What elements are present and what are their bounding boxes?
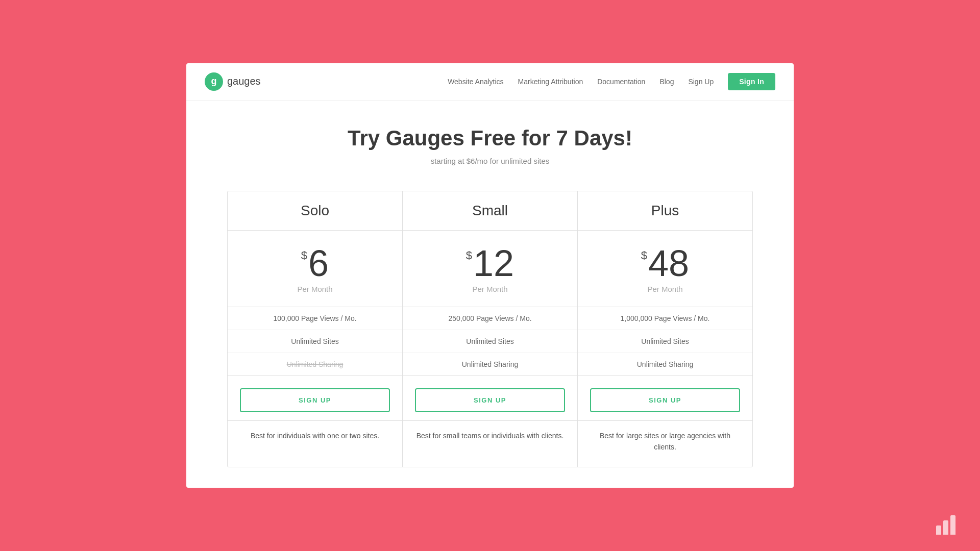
plan-small-amount: 12 [473, 245, 514, 282]
plan-solo-description: Best for individuals with one or two sit… [228, 421, 402, 456]
plan-small-feature-2: Unlimited Sharing [403, 353, 577, 375]
plan-plus-feature-1: Unlimited Sites [578, 330, 752, 353]
hero-subtitle: starting at $6/mo for unlimited sites [197, 157, 783, 165]
plan-plus-signup-button[interactable]: SIGN UP [590, 388, 740, 412]
logo-icon: g [205, 72, 223, 91]
plan-solo-feature-2: Unlimited Sharing [228, 353, 402, 375]
plan-solo-feature-0: 100,000 Page Views / Mo. [228, 307, 402, 330]
plan-plus-period: Per Month [583, 285, 747, 302]
plan-small-header: Small [403, 191, 577, 231]
plan-small-dollar: $ [466, 249, 472, 262]
documentation-link[interactable]: Documentation [597, 78, 645, 86]
plan-plus-cta: SIGN UP [578, 376, 752, 421]
plan-plus-dollar: $ [641, 249, 647, 262]
plan-solo: Solo $ 6 Per Month 100,000 Page Views / … [228, 191, 403, 467]
signup-nav-link[interactable]: Sign Up [688, 78, 714, 86]
plan-plus-header: Plus [578, 191, 752, 231]
signin-button[interactable]: Sign In [728, 73, 775, 90]
plan-small-period: Per Month [408, 285, 572, 302]
website-analytics-link[interactable]: Website Analytics [448, 78, 503, 86]
main-card: g gauges Website Analytics Marketing Att… [186, 63, 794, 488]
marketing-attribution-link[interactable]: Marketing Attribution [518, 78, 583, 86]
plan-small-signup-button[interactable]: SIGN UP [415, 388, 565, 412]
plan-small-feature-0: 250,000 Page Views / Mo. [403, 307, 577, 330]
plan-small-price-wrap: $ 12 Per Month [403, 231, 577, 307]
plan-solo-header: Solo [228, 191, 402, 231]
plan-small-name: Small [472, 203, 508, 218]
bar-chart-icon [936, 515, 955, 535]
plan-plus-feature-0: 1,000,000 Page Views / Mo. [578, 307, 752, 330]
plan-plus-features: 1,000,000 Page Views / Mo. Unlimited Sit… [578, 307, 752, 376]
blog-link[interactable]: Blog [659, 78, 674, 86]
plan-solo-period: Per Month [233, 285, 397, 302]
plan-solo-dollar: $ [301, 249, 307, 262]
plan-solo-price: $ 6 [233, 245, 397, 282]
pricing-table: Solo $ 6 Per Month 100,000 Page Views / … [227, 191, 753, 468]
plan-small: Small $ 12 Per Month 250,000 Page Views … [403, 191, 578, 467]
logo[interactable]: g gauges [205, 72, 261, 91]
plan-solo-price-wrap: $ 6 Per Month [228, 231, 402, 307]
plan-small-features: 250,000 Page Views / Mo. Unlimited Sites… [403, 307, 577, 376]
bar-3 [950, 515, 955, 535]
plan-small-feature-1: Unlimited Sites [403, 330, 577, 353]
plan-plus: Plus $ 48 Per Month 1,000,000 Page Views… [578, 191, 752, 467]
plan-solo-name: Solo [301, 203, 329, 218]
hero-title: Try Gauges Free for 7 Days! [197, 126, 783, 151]
plan-small-description: Best for small teams or individuals with… [403, 421, 577, 456]
plan-solo-features: 100,000 Page Views / Mo. Unlimited Sites… [228, 307, 402, 376]
plan-plus-price: $ 48 [583, 245, 747, 282]
plan-small-cta: SIGN UP [403, 376, 577, 421]
hero-section: Try Gauges Free for 7 Days! starting at … [186, 101, 794, 181]
navbar: g gauges Website Analytics Marketing Att… [186, 63, 794, 101]
plan-plus-feature-2: Unlimited Sharing [578, 353, 752, 375]
logo-text: gauges [227, 76, 261, 87]
plan-small-price: $ 12 [408, 245, 572, 282]
bar-2 [943, 520, 948, 535]
plan-plus-description: Best for large sites or large agencies w… [578, 421, 752, 467]
plan-solo-signup-button[interactable]: SIGN UP [240, 388, 390, 412]
plan-solo-amount: 6 [308, 245, 329, 282]
plan-plus-name: Plus [651, 203, 679, 218]
bar-1 [936, 525, 941, 535]
plan-solo-feature-1: Unlimited Sites [228, 330, 402, 353]
plan-solo-cta: SIGN UP [228, 376, 402, 421]
plan-plus-price-wrap: $ 48 Per Month [578, 231, 752, 307]
nav-links: Website Analytics Marketing Attribution … [448, 73, 775, 90]
plan-plus-amount: 48 [648, 245, 689, 282]
